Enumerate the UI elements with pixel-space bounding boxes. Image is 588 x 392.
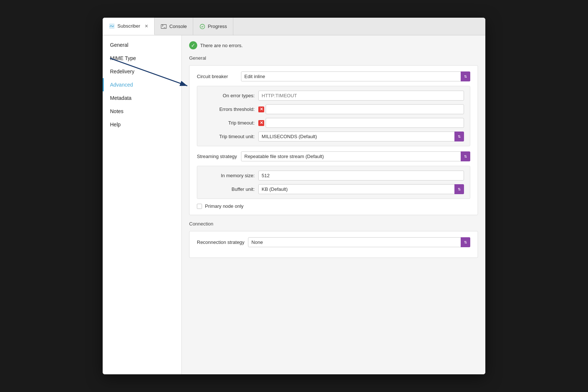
circuit-breaker-select[interactable]: Edit inline None Reference xyxy=(241,71,470,81)
in-memory-size-row: In memory size: xyxy=(203,171,464,181)
primary-node-only-checkbox[interactable] xyxy=(197,204,202,209)
progress-icon xyxy=(199,23,206,30)
reconnection-strategy-select[interactable]: None Standard Forever xyxy=(248,237,470,247)
trip-timeout-row: Trip timeout: ✕ xyxy=(203,118,464,128)
reconnection-strategy-label: Reconnection strategy xyxy=(197,239,244,245)
general-section-title: General xyxy=(189,55,478,61)
trip-timeout-unit-control: MILLISECONDS (Default) SECONDS MINUTES ⇅ xyxy=(258,132,464,141)
buffer-unit-row: Buffer unit: KB (Default) MB GB ⇅ xyxy=(203,184,464,194)
trip-timeout-unit-label: Trip timeout unit: xyxy=(203,134,255,139)
errors-threshold-error-icon: ✕ xyxy=(258,106,264,112)
in-memory-size-label: In memory size: xyxy=(203,173,255,178)
reconnection-strategy-row: Reconnection strategy None Standard Fore… xyxy=(197,237,470,247)
in-memory-size-control xyxy=(258,171,464,181)
primary-node-only-row: Primary node only xyxy=(197,203,470,209)
streaming-sub-panel: In memory size: Buffer unit: KB (Default… xyxy=(197,166,470,199)
tab-console-label: Console xyxy=(169,24,187,29)
streaming-strategy-row: Streaming strategy Repeatable file store… xyxy=(197,151,470,161)
tab-progress-label: Progress xyxy=(208,24,227,29)
sidebar-item-mime-type[interactable]: MIME Type xyxy=(103,52,181,65)
status-message: There are no errors. xyxy=(200,43,243,48)
content-area: ✓ There are no errors. General Circuit b… xyxy=(182,35,485,374)
trip-timeout-label: Trip timeout: xyxy=(203,120,255,126)
tab-subscriber[interactable]: Subscriber ✕ xyxy=(103,18,155,35)
tab-bar: Subscriber ✕ Console Progress xyxy=(103,18,485,35)
tab-close-button[interactable]: ✕ xyxy=(145,24,148,29)
svg-rect-3 xyxy=(161,24,166,28)
connection-panel: Reconnection strategy None Standard Fore… xyxy=(189,231,478,258)
circuit-breaker-sub-panel: On error types: Errors threshold: ✕ xyxy=(197,86,470,146)
buffer-unit-label: Buffer unit: xyxy=(203,186,255,192)
trip-timeout-unit-select-wrapper: MILLISECONDS (Default) SECONDS MINUTES ⇅ xyxy=(258,132,464,141)
errors-threshold-input[interactable] xyxy=(266,104,464,114)
trip-timeout-unit-select[interactable]: MILLISECONDS (Default) SECONDS MINUTES xyxy=(258,132,464,141)
streaming-strategy-select[interactable]: Repeatable file store stream (Default) R… xyxy=(241,151,470,161)
tab-progress[interactable]: Progress xyxy=(193,18,233,35)
errors-threshold-row: Errors threshold: ✕ xyxy=(203,104,464,114)
status-bar: ✓ There are no errors. xyxy=(189,41,478,49)
on-error-types-input[interactable] xyxy=(258,91,464,101)
buffer-unit-select[interactable]: KB (Default) MB GB xyxy=(258,184,464,194)
trip-timeout-error-icon: ✕ xyxy=(258,120,264,126)
errors-threshold-control: ✕ xyxy=(258,104,464,114)
sidebar-item-general[interactable]: General xyxy=(103,38,181,52)
streaming-strategy-label: Streaming strategy xyxy=(197,154,237,159)
trip-timeout-unit-row: Trip timeout unit: MILLISECONDS (Default… xyxy=(203,132,464,141)
on-error-types-control xyxy=(258,91,464,101)
sidebar-item-help[interactable]: Help xyxy=(103,118,181,131)
on-error-types-row: On error types: xyxy=(203,91,464,101)
circuit-breaker-panel: Circuit breaker Edit inline None Referen… xyxy=(189,65,478,215)
sidebar-item-metadata[interactable]: Metadata xyxy=(103,91,181,105)
wave-icon xyxy=(109,23,115,29)
in-memory-size-input[interactable] xyxy=(258,171,464,181)
sidebar-item-notes[interactable]: Notes xyxy=(103,105,181,118)
console-icon xyxy=(160,23,167,30)
connection-section-title: Connection xyxy=(189,221,478,227)
reconnection-strategy-select-wrapper: None Standard Forever ⇅ xyxy=(248,237,470,247)
tab-subscriber-label: Subscriber xyxy=(117,23,140,29)
trip-timeout-control: ✕ xyxy=(258,118,464,128)
circuit-breaker-label: Circuit breaker xyxy=(197,74,237,79)
primary-node-only-label: Primary node only xyxy=(205,203,244,209)
streaming-strategy-select-wrapper: Repeatable file store stream (Default) R… xyxy=(241,151,470,161)
circuit-breaker-row: Circuit breaker Edit inline None Referen… xyxy=(197,71,470,81)
buffer-unit-control: KB (Default) MB GB ⇅ xyxy=(258,184,464,194)
sidebar-item-advanced[interactable]: Advanced xyxy=(103,78,181,91)
success-icon: ✓ xyxy=(189,41,197,49)
main-layout: General MIME Type Redelivery Advanced Me… xyxy=(103,35,485,374)
sidebar-item-redelivery[interactable]: Redelivery xyxy=(103,65,181,78)
circuit-breaker-select-wrapper: Edit inline None Reference ⇅ xyxy=(241,71,470,81)
tab-console[interactable]: Console xyxy=(155,18,193,35)
sidebar: General MIME Type Redelivery Advanced Me… xyxy=(103,35,182,374)
errors-threshold-label: Errors threshold: xyxy=(203,106,255,112)
trip-timeout-input[interactable] xyxy=(266,118,464,128)
buffer-unit-select-wrapper: KB (Default) MB GB ⇅ xyxy=(258,184,464,194)
on-error-types-label: On error types: xyxy=(203,93,255,98)
